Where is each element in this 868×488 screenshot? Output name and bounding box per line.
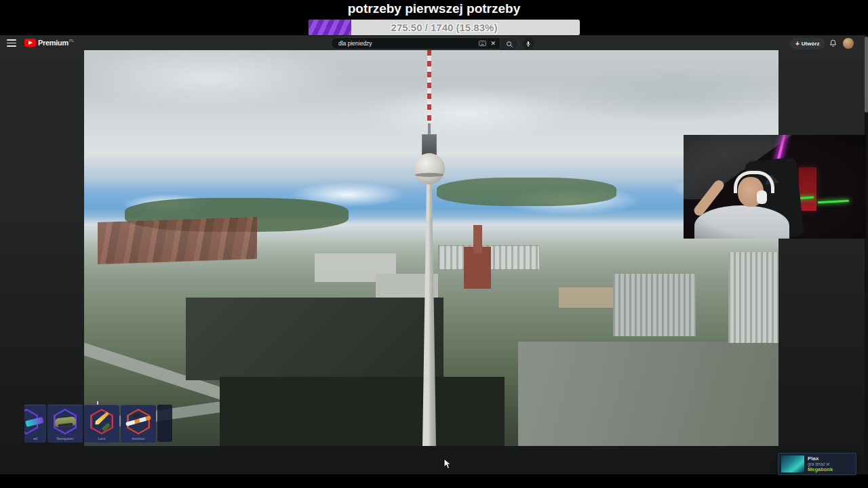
mouse-cursor xyxy=(443,458,452,470)
skin-card: ed xyxy=(24,405,46,443)
create-label: Utwórz xyxy=(802,41,820,47)
skin-card: Asiimov xyxy=(121,405,156,443)
region-label: PL xyxy=(69,38,74,43)
create-button[interactable]: + Utwórz xyxy=(790,38,825,49)
youtube-premium-logo[interactable]: Premium PL xyxy=(24,38,74,47)
youtube-play-icon xyxy=(24,39,36,47)
steam-friend-notification: Plax gra teraz w Megabonk xyxy=(778,453,856,475)
search-button[interactable] xyxy=(500,37,519,51)
clear-search-icon[interactable]: ✕ xyxy=(490,40,496,47)
goal-progress-bar: 275.50 / 1740 (15.83%) xyxy=(309,20,580,35)
bell-icon xyxy=(829,39,837,47)
goal-title: potrzeby pierwszej potrzeby xyxy=(0,1,868,16)
case-opening-overlay: ed Neoqueen Lore Asiimov xyxy=(24,405,171,446)
menu-button[interactable] xyxy=(7,39,16,47)
video-player[interactable] xyxy=(84,50,778,446)
friend-name: Plax xyxy=(808,455,833,462)
search-input[interactable] xyxy=(338,40,479,47)
voice-search-button[interactable] xyxy=(522,37,534,49)
premium-label: Premium xyxy=(38,38,68,47)
menu-icon xyxy=(7,39,16,41)
skin-card: Lore xyxy=(84,405,119,443)
game-thumbnail xyxy=(781,455,804,472)
webcam-overlay xyxy=(684,135,866,239)
microphone-icon xyxy=(525,40,532,47)
scrollbar-thumb[interactable] xyxy=(865,37,868,113)
plus-icon: + xyxy=(795,41,800,47)
account-avatar[interactable] xyxy=(843,38,854,49)
tv-tower-sphere xyxy=(414,153,445,184)
search-box[interactable]: ✕ xyxy=(331,37,500,49)
keyboard-icon xyxy=(479,41,486,46)
stream-screen: Premium PL ✕ + Utwórz xyxy=(0,0,868,488)
goal-progress-text: 275.50 / 1740 (15.83%) xyxy=(309,20,580,35)
search-icon xyxy=(506,41,513,48)
notifications-button[interactable] xyxy=(829,39,837,47)
tv-tower-antenna xyxy=(427,50,431,123)
game-name: Megabonk xyxy=(808,467,833,473)
skin-card: Neoqueen xyxy=(47,405,83,443)
page-scrollbar[interactable] xyxy=(865,35,868,474)
